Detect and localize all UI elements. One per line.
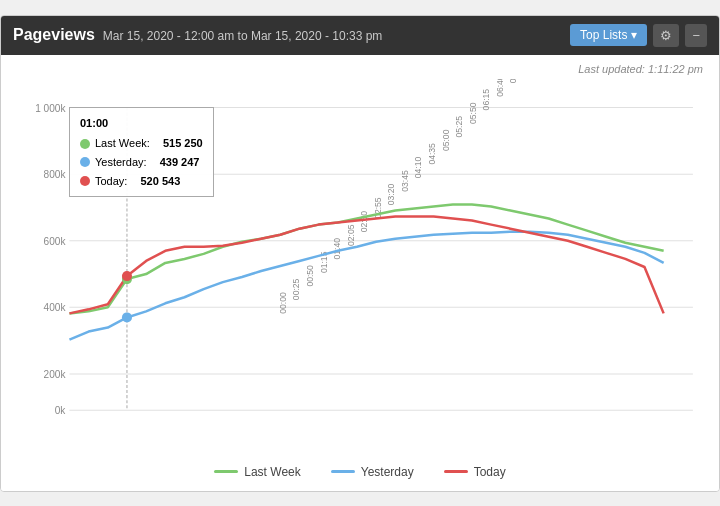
yesterday-dot [122, 312, 132, 322]
legend-yesterday: Yesterday [331, 465, 414, 479]
today-dot [122, 271, 132, 281]
svg-text:01:40: 01:40 [332, 237, 342, 259]
svg-text:06:15: 06:15 [481, 88, 491, 110]
gear-icon: ⚙ [660, 28, 672, 43]
chart-svg: 1 000k 800k 600k 400k 200k 0k 00:00 00:2… [17, 79, 703, 459]
top-lists-button[interactable]: Top Lists ▾ [570, 24, 647, 46]
yesterday-legend-line [331, 470, 355, 473]
today-legend-label: Today [474, 465, 506, 479]
collapse-button[interactable]: − [685, 24, 707, 47]
header-actions: Top Lists ▾ ⚙ − [570, 24, 707, 47]
chart-area: 1 000k 800k 600k 400k 200k 0k 00:00 00:2… [17, 79, 703, 459]
svg-text:200k: 200k [44, 368, 67, 379]
svg-text:05:00: 05:00 [441, 129, 451, 151]
svg-text:800k: 800k [44, 169, 67, 180]
svg-text:06:40: 06:40 [495, 79, 505, 97]
yesterday-line [69, 231, 663, 339]
svg-text:04:35: 04:35 [427, 142, 437, 164]
last-updated: Last updated: 1:11:22 pm [17, 63, 703, 75]
svg-text:03:45: 03:45 [400, 170, 410, 192]
pageviews-widget: Pageviews Mar 15, 2020 - 12:00 am to Mar… [0, 15, 720, 492]
widget-body: Last updated: 1:11:22 pm 1 000k 800k 600… [1, 55, 719, 491]
svg-text:00:25: 00:25 [291, 278, 301, 300]
minus-icon: − [692, 28, 700, 43]
last-week-legend-line [214, 470, 238, 473]
svg-text:04:10: 04:10 [413, 156, 423, 178]
svg-text:00:50: 00:50 [305, 264, 315, 286]
header-date: Mar 15, 2020 - 12:00 am to Mar 15, 2020 … [103, 29, 383, 43]
top-lists-label: Top Lists [580, 28, 627, 42]
svg-text:600k: 600k [44, 235, 67, 246]
widget-title: Pageviews [13, 26, 95, 44]
y-axis: 1 000k 800k 600k 400k 200k 0k [35, 102, 693, 416]
chart-legend: Last Week Yesterday Today [17, 465, 703, 479]
svg-text:400k: 400k [44, 302, 67, 313]
svg-text:07:05: 07:05 [508, 79, 518, 83]
header-left: Pageviews Mar 15, 2020 - 12:00 am to Mar… [13, 26, 382, 44]
legend-today: Today [444, 465, 506, 479]
x-axis: 00:00 00:25 00:50 01:15 01:40 02:05 02:3… [267, 79, 703, 319]
legend-last-week: Last Week [214, 465, 300, 479]
svg-text:02:30: 02:30 [359, 210, 369, 232]
today-legend-line [444, 470, 468, 473]
svg-text:05:50: 05:50 [468, 102, 478, 124]
last-week-legend-label: Last Week [244, 465, 300, 479]
widget-header: Pageviews Mar 15, 2020 - 12:00 am to Mar… [1, 16, 719, 55]
svg-text:05:25: 05:25 [454, 115, 464, 137]
svg-text:1 000k: 1 000k [35, 102, 66, 113]
settings-button[interactable]: ⚙ [653, 24, 679, 47]
svg-text:02:05: 02:05 [346, 224, 356, 246]
chevron-down-icon: ▾ [631, 28, 637, 42]
yesterday-legend-label: Yesterday [361, 465, 414, 479]
svg-text:0k: 0k [55, 405, 67, 416]
svg-text:00:00: 00:00 [278, 292, 288, 314]
svg-text:03:20: 03:20 [386, 183, 396, 205]
